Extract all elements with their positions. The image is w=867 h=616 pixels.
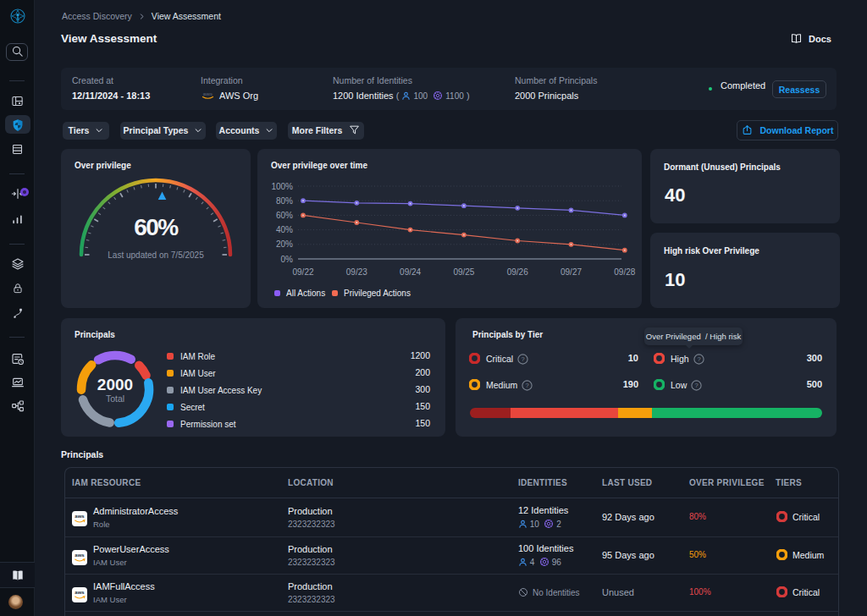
- svg-text:2000: 2000: [97, 376, 133, 393]
- svg-text:aws: aws: [203, 91, 213, 96]
- svg-text:100%: 100%: [271, 182, 293, 191]
- svg-text:?: ?: [695, 382, 699, 389]
- svg-text:80%: 80%: [276, 196, 293, 206]
- svg-text:0%: 0%: [281, 255, 294, 264]
- svg-text:?: ?: [526, 382, 529, 389]
- svg-text:09/25: 09/25: [453, 267, 474, 277]
- svg-text:20%: 20%: [276, 239, 293, 249]
- svg-text:Total: Total: [106, 393, 124, 404]
- svg-text:09/22: 09/22: [292, 267, 313, 277]
- svg-text:40%: 40%: [276, 225, 293, 234]
- svg-text:60%: 60%: [276, 211, 293, 220]
- svg-text:09/24: 09/24: [400, 267, 421, 277]
- svg-text:09/27: 09/27: [561, 267, 582, 277]
- svg-text:?: ?: [697, 355, 700, 363]
- svg-text:aws: aws: [75, 513, 85, 519]
- svg-text:?: ?: [522, 355, 525, 363]
- svg-text:aws: aws: [75, 589, 85, 595]
- svg-text:aws: aws: [75, 552, 85, 558]
- svg-text:09/28: 09/28: [614, 267, 635, 277]
- svg-text:09/26: 09/26: [507, 267, 528, 277]
- svg-text:09/23: 09/23: [346, 267, 367, 277]
